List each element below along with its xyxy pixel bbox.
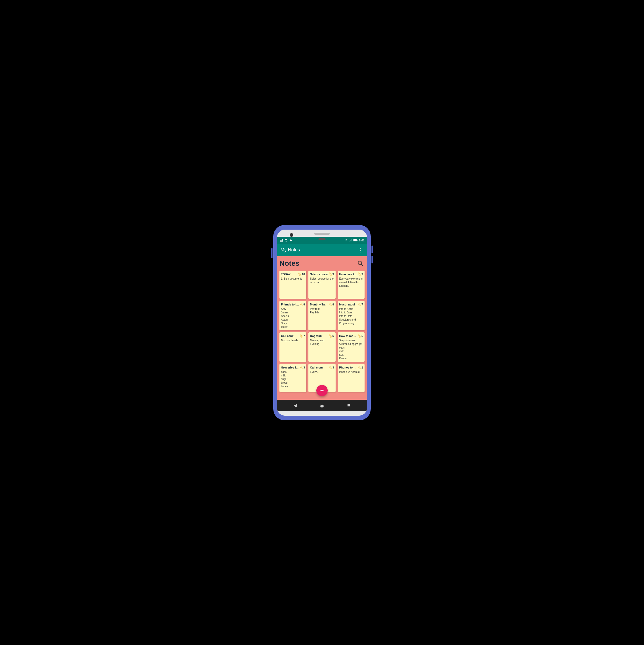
svg-rect-1 — [281, 240, 281, 241]
note-title: TODAY — [281, 273, 298, 276]
note-title: Dog walk — [310, 335, 328, 338]
volume-up-button[interactable] — [371, 245, 373, 253]
speaker-grille — [314, 233, 330, 235]
svg-rect-6 — [350, 240, 350, 241]
phone-top-bezel — [277, 230, 367, 237]
svg-point-3 — [285, 239, 287, 241]
phone-frame: 6:01 My Notes ⋮ Notes — [273, 225, 371, 420]
clip-icon: 📎 — [299, 334, 304, 338]
notes-container: Notes TODAY📎101. Sign documentsSelect co… — [277, 256, 367, 400]
note-title: Monthly Tasks — [310, 303, 328, 306]
note-title: Must reads! — [339, 303, 358, 306]
recents-button[interactable]: ■ — [344, 401, 353, 410]
svg-rect-8 — [351, 239, 352, 241]
note-count: 5 — [361, 335, 363, 338]
notes-header: Notes — [280, 259, 364, 267]
phone-bottom-bezel — [277, 411, 367, 416]
clip-icon: 📎 — [299, 302, 304, 306]
sim-icon — [280, 239, 283, 242]
note-card[interactable]: Select course📎9Select course for the sem… — [308, 271, 335, 299]
note-count: 7 — [303, 335, 305, 338]
note-card[interactable]: Exercises to ...📎9Everyday exercise is a… — [338, 271, 364, 299]
note-body: Amy James Sheela Adam Shay butter — [281, 307, 305, 328]
note-body: eggs milk sugar bread honey — [281, 370, 305, 388]
svg-rect-0 — [280, 239, 283, 242]
clip-icon: 📎 — [357, 272, 361, 276]
svg-point-12 — [358, 261, 362, 265]
clip-icon: 📎 — [298, 272, 302, 276]
clip-icon: 📎 — [328, 366, 332, 370]
back-button[interactable]: ◀ — [291, 401, 300, 410]
signal-icon — [349, 239, 352, 242]
earpiece — [318, 238, 326, 240]
svg-rect-7 — [351, 240, 351, 241]
note-body: Steps to make scrambled eggs: get eggs m… — [339, 339, 363, 359]
page-title: Notes — [280, 259, 299, 267]
svg-rect-10 — [357, 240, 358, 240]
screen-content: 6:01 My Notes ⋮ Notes — [277, 237, 367, 411]
note-count: 8 — [303, 303, 305, 306]
svg-line-13 — [361, 264, 363, 266]
note-card[interactable]: Call bank📎7Discuss details — [280, 333, 306, 362]
svg-rect-2 — [282, 240, 282, 241]
home-button[interactable]: ◉ — [317, 401, 327, 410]
wifi-icon — [345, 239, 348, 242]
note-count: 1 — [361, 366, 363, 369]
note-card[interactable]: Groceries for...📎3eggs milk sugar bread … — [280, 364, 306, 392]
clip-icon: 📎 — [357, 366, 361, 370]
note-body: Everyday exercise is a must. follow the … — [339, 277, 363, 288]
note-card[interactable]: Dog walk📎6Morning and Evening — [308, 333, 335, 362]
front-camera — [290, 233, 293, 237]
app-bar: My Notes ⋮ — [277, 244, 367, 256]
svg-rect-11 — [353, 239, 357, 241]
clip-icon: 📎 — [299, 366, 304, 370]
power-button[interactable] — [271, 248, 273, 258]
status-right-icons: 6:01 — [345, 239, 364, 242]
note-card[interactable]: Friends to In...📎8Amy James Sheela Adam … — [280, 301, 306, 330]
note-title: Call bank — [281, 335, 299, 338]
add-note-fab[interactable]: + — [316, 385, 328, 396]
clip-icon: 📎 — [328, 272, 332, 276]
search-button[interactable] — [356, 259, 364, 267]
clip-icon: 📎 — [357, 302, 361, 306]
clip-icon: 📎 — [328, 334, 332, 338]
note-card[interactable]: Must reads!📎7Into to Kotlin Into to Java… — [338, 301, 364, 330]
clip-icon: 📎 — [328, 302, 332, 306]
note-body: Iphone vs Android — [339, 370, 363, 374]
status-left-icons — [280, 239, 293, 242]
note-title: Phones to buy — [339, 366, 358, 369]
app-title: My Notes — [281, 247, 300, 253]
clip-icon: 📎 — [357, 334, 361, 338]
note-title: Select course — [310, 273, 328, 276]
note-card[interactable]: TODAY📎101. Sign documents — [280, 271, 306, 299]
volume-down-button[interactable] — [371, 256, 373, 263]
overflow-menu-button[interactable]: ⋮ — [358, 247, 363, 253]
note-title: Friends to In... — [281, 303, 299, 306]
note-count: 10 — [302, 273, 305, 276]
note-body: Pay rent Pay bills — [310, 307, 334, 314]
note-body: 1. Sign documents — [281, 277, 305, 281]
note-title: Exercises to ... — [339, 273, 358, 276]
note-count: 3 — [303, 366, 305, 369]
note-title: Groceries for... — [281, 366, 299, 369]
note-card[interactable]: How to make...📎5Steps to make scrambled … — [338, 333, 364, 362]
notes-grid: TODAY📎101. Sign documentsSelect course📎9… — [280, 271, 364, 392]
phone-screen: 6:01 My Notes ⋮ Notes — [277, 230, 367, 416]
note-card[interactable]: Monthly Tasks📎8Pay rent Pay bills — [308, 301, 335, 330]
clock: 6:01 — [359, 239, 364, 242]
note-body: Every... — [310, 370, 334, 374]
play-icon — [289, 239, 293, 242]
battery-icon — [353, 239, 358, 242]
note-body: Discuss details — [281, 339, 305, 342]
svg-rect-5 — [349, 241, 350, 241]
note-title: How to make... — [339, 335, 358, 338]
circle-icon — [284, 239, 288, 242]
note-body: Select course for the semester — [310, 277, 334, 284]
note-count: 9 — [361, 273, 363, 276]
bottom-navigation: ◀ ◉ ■ — [277, 400, 367, 411]
svg-marker-4 — [290, 239, 292, 241]
note-body: Into to Kotlin Into to Java Into to Data… — [339, 307, 363, 325]
note-title: Call mom — [310, 366, 328, 369]
note-card[interactable]: Phones to buy📎1Iphone vs Android — [338, 364, 364, 392]
note-body: Morning and Evening — [310, 339, 334, 346]
